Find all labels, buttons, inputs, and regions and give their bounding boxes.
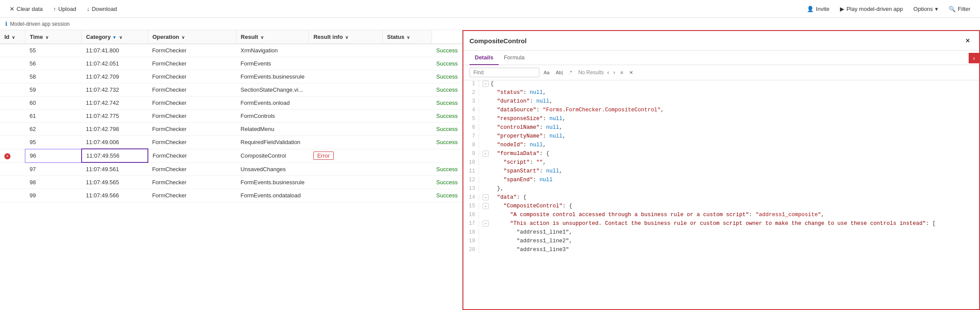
line-number: 19 xyxy=(463,238,479,245)
table-row[interactable]: 5611:07:42.051FormCheckerFormEventsSucce… xyxy=(0,57,462,70)
tab-formula[interactable]: Formula xyxy=(499,51,530,65)
collapse-button[interactable]: − xyxy=(483,203,489,209)
table-scroll[interactable]: Id ∨ Time ∨ Category ▼ ∨ Operation ∨ xyxy=(0,30,462,310)
find-prev-button[interactable]: ‹ xyxy=(607,69,610,76)
collapse-button[interactable]: − xyxy=(483,151,489,157)
code-area[interactable]: 1−{2 "status": null,3 "duration": null,4… xyxy=(463,80,979,309)
cell-category: FormChecker xyxy=(148,162,236,176)
col-header-status[interactable]: Status ∨ xyxy=(383,30,432,44)
error-cell xyxy=(0,123,25,136)
cell-operation: FormEvents.onload xyxy=(236,96,309,110)
table-row[interactable]: 6011:07:42.742FormCheckerFormEvents.onlo… xyxy=(0,96,462,110)
line-number: 10 xyxy=(463,159,479,166)
cell-category: FormChecker xyxy=(148,123,236,136)
cell-result-info xyxy=(383,189,432,202)
regex-button[interactable]: .* xyxy=(567,69,574,76)
col-header-operation[interactable]: Operation ∨ xyxy=(148,30,236,44)
code-line: 6 "controlName": null, xyxy=(463,124,979,133)
info-icon: ℹ xyxy=(5,21,7,27)
collapse-button[interactable]: − xyxy=(483,194,489,200)
cell-result xyxy=(309,162,383,176)
expand-panel-button[interactable]: › xyxy=(969,53,979,63)
table-row[interactable]: 5811:07:42.709FormCheckerFormEvents.busi… xyxy=(0,70,462,83)
cell-operation: CompositeControl xyxy=(236,149,309,162)
find-next-button[interactable]: › xyxy=(613,69,616,76)
col-header-time[interactable]: Time ∨ xyxy=(25,30,82,44)
match-word-button[interactable]: Ab| xyxy=(554,69,564,76)
find-input[interactable] xyxy=(469,68,539,77)
success-label: Success xyxy=(436,179,458,186)
line-content: − "data": { xyxy=(479,194,979,201)
table-row[interactable]: 6211:07:42.798FormCheckerRelatedMenuSucc… xyxy=(0,123,462,136)
find-close-button[interactable]: ✕ xyxy=(627,69,635,76)
line-content: "propertyName": null, xyxy=(479,133,979,140)
invite-button[interactable]: 👤 Invite xyxy=(802,4,834,14)
col-header-id[interactable]: Id ∨ xyxy=(0,30,25,44)
cell-id: 95 xyxy=(25,136,82,149)
line-content: "nodeId": null, xyxy=(479,141,979,148)
table-row[interactable]: 5911:07:42.732FormCheckerSectionStateCha… xyxy=(0,83,462,96)
line-number: 2 xyxy=(463,89,479,96)
play-button[interactable]: ▶ Play model-driven app xyxy=(836,4,907,14)
sort-icon: ∨ xyxy=(345,35,348,40)
table-row[interactable]: 9511:07:49.006FormCheckerRequiredFieldVa… xyxy=(0,136,462,149)
cell-operation: RequiredFieldValidation xyxy=(236,136,309,149)
code-line: 1−{ xyxy=(463,80,979,89)
find-toggle-replace-button[interactable]: ≡ xyxy=(619,69,625,76)
sort-icon: ∨ xyxy=(407,35,410,40)
clear-data-button[interactable]: ✕ Clear data xyxy=(5,4,47,14)
error-cell: × xyxy=(0,149,25,162)
cell-time: 11:07:49.556 xyxy=(82,149,148,162)
table-row[interactable]: ×9611:07:49.556FormCheckerCompositeContr… xyxy=(0,149,462,162)
right-panel-header: CompositeControl ✕ xyxy=(463,31,979,51)
cell-result: Error xyxy=(309,149,383,162)
table-row[interactable]: 9811:07:49.565FormCheckerFormEvents.busi… xyxy=(0,176,462,189)
line-content: "address1_line3" xyxy=(479,246,979,253)
table-row[interactable]: 6111:07:42.775FormCheckerFormControlsSuc… xyxy=(0,110,462,123)
cell-operation: XrmNavigation xyxy=(236,44,309,57)
cell-time: 11:07:49.006 xyxy=(82,136,148,149)
code-line: 15− "CompositeControl": { xyxy=(463,203,979,211)
col-header-result-info[interactable]: Result info ∨ xyxy=(309,30,383,44)
success-label: Success xyxy=(436,100,458,106)
cell-category: FormChecker xyxy=(148,70,236,83)
cell-time: 11:07:42.775 xyxy=(82,110,148,123)
right-panel-title: CompositeControl xyxy=(469,37,963,45)
upload-icon: ↑ xyxy=(53,6,56,12)
line-number: 14 xyxy=(463,194,479,201)
sort-icon: ∨ xyxy=(45,35,48,40)
line-number: 17 xyxy=(463,220,479,227)
collapse-button[interactable]: − xyxy=(483,220,489,227)
line-content: "script": "", xyxy=(479,159,979,166)
cell-category: FormChecker xyxy=(148,149,236,162)
cell-result-info xyxy=(383,57,432,70)
match-case-button[interactable]: Aa xyxy=(542,69,551,76)
close-panel-button[interactable]: ✕ xyxy=(963,35,973,46)
cell-time: 11:07:42.742 xyxy=(82,96,148,110)
table-row[interactable]: 9911:07:49.566FormCheckerFormEvents.onda… xyxy=(0,189,462,202)
tab-details[interactable]: Details xyxy=(469,51,499,65)
code-line: 18 "address1_line1", xyxy=(463,229,979,238)
options-button[interactable]: Options ▾ xyxy=(909,4,942,14)
cell-status: Success xyxy=(432,44,462,57)
success-label: Success xyxy=(436,139,458,145)
code-line: 5 "responseSize": null, xyxy=(463,115,979,124)
upload-button[interactable]: ↑ Upload xyxy=(49,4,81,14)
line-content: −{ xyxy=(479,80,979,87)
cell-operation: FormEvents.ondataload xyxy=(236,189,309,202)
filter-button[interactable]: 🔍 Filter xyxy=(944,4,975,14)
collapse-button[interactable]: − xyxy=(483,81,489,87)
error-badge: Error xyxy=(313,152,334,160)
col-header-category[interactable]: Category ▼ ∨ xyxy=(82,30,148,44)
table-row[interactable]: 9711:07:49.561FormCheckerUnsavedChangesS… xyxy=(0,162,462,176)
cell-status: Success xyxy=(432,136,462,149)
line-content: "controlName": null, xyxy=(479,124,979,131)
table-row[interactable]: 5511:07:41.800FormCheckerXrmNavigationSu… xyxy=(0,44,462,57)
cell-status: Success xyxy=(432,123,462,136)
success-label: Success xyxy=(436,60,458,67)
col-header-result[interactable]: Result ∨ xyxy=(236,30,309,44)
download-button[interactable]: ↓ Download xyxy=(82,4,121,14)
cell-id: 61 xyxy=(25,110,82,123)
success-label: Success xyxy=(436,47,458,54)
table-header-row: Id ∨ Time ∨ Category ▼ ∨ Operation ∨ xyxy=(0,30,462,44)
